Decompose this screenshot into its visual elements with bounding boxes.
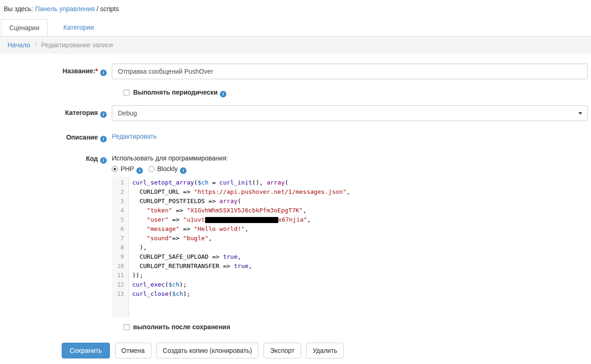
breadcrumb-current: scripts <box>100 5 119 13</box>
line-number: 6 <box>112 224 124 234</box>
code-line[interactable]: CURLOPT_RETURNTRANSFER => true, <box>132 262 588 271</box>
code-token: , <box>248 262 252 269</box>
code-token: (), <box>252 179 266 186</box>
code-line[interactable]: CURLOPT_POSTFIELDS => array( <box>132 197 588 206</box>
tab-categories[interactable]: Категории <box>55 19 103 36</box>
line-number: 10 <box>112 262 124 271</box>
code-line[interactable]: "user" => "u1uvtx67njia", <box>132 215 588 224</box>
name-label: Название:*i <box>0 64 107 76</box>
description-label: Описаниеi <box>0 130 107 142</box>
code-editor[interactable]: 12345678910111213 curl_setopt_array($ch … <box>112 177 588 318</box>
info-icon[interactable]: i <box>100 111 107 118</box>
save-button[interactable]: Сохранить <box>62 343 110 358</box>
subnav-separator: / <box>32 41 39 49</box>
code-token <box>132 216 147 223</box>
code-line[interactable]: )); <box>132 271 588 280</box>
code-label: Кодi <box>0 151 107 164</box>
periodic-row: Выполнять периодическиi <box>0 89 591 97</box>
code-token: , <box>303 207 307 214</box>
info-icon[interactable]: i <box>220 91 226 97</box>
info-icon[interactable]: i <box>100 136 107 142</box>
clone-button[interactable]: Создать копию (клонировать) <box>156 343 258 358</box>
code-line[interactable]: CURLOPT_SAFE_UPLOAD => true, <box>132 252 588 262</box>
run-after-save-checkbox[interactable] <box>123 324 129 330</box>
code-token: ); <box>180 281 187 288</box>
code-token: $ch <box>168 281 179 288</box>
code-token: ( <box>194 179 198 186</box>
delete-button[interactable]: Удалить <box>306 343 344 358</box>
code-token: CURLOPT_RETURNTRANSFER => <box>132 262 234 269</box>
code-token: ( <box>168 290 172 297</box>
code-token: , <box>208 235 212 242</box>
action-buttons: Сохранить Отмена Создать копию (клониров… <box>0 343 591 358</box>
code-token: => <box>168 216 183 223</box>
name-input[interactable] <box>112 64 588 79</box>
code-line[interactable]: "message" => "Hello world!", <box>132 224 588 234</box>
category-row: Категорияi Debug <box>0 105 591 121</box>
subnav-home-link[interactable]: Начало <box>7 41 30 49</box>
code-line[interactable]: curl_close($ch); <box>132 289 588 299</box>
periodic-label[interactable]: Выполнять периодически <box>133 89 218 96</box>
category-label: Категорияi <box>0 105 107 118</box>
info-icon[interactable]: i <box>100 157 107 164</box>
breadcrumb-link-control-panel[interactable]: Панель управления <box>35 5 95 13</box>
code-line[interactable]: CURLOPT_URL => "https://api.pushover.net… <box>132 187 588 197</box>
edit-description-link[interactable]: Редактировать <box>112 130 157 140</box>
line-number: 1 <box>112 178 124 187</box>
code-token: curl_init <box>219 179 252 186</box>
code-token: "u1uvt <box>183 216 205 223</box>
code-line[interactable]: "token" => "X1GvhWhmSSX1V5J6cbkPfm3oEpgT… <box>132 206 588 215</box>
blockly-radio-label[interactable]: Blockly <box>157 165 178 172</box>
code-token: "message" <box>147 225 179 232</box>
line-number: 12 <box>112 280 124 289</box>
line-number: 5 <box>112 215 124 224</box>
code-token: => <box>180 225 194 232</box>
code-token: $ch <box>172 290 183 297</box>
code-gutter: 12345678910111213 <box>112 177 129 318</box>
info-icon[interactable]: i <box>180 167 186 174</box>
code-token: ); <box>183 290 191 297</box>
code-token: "user" <box>147 216 168 223</box>
code-token: array <box>219 198 238 204</box>
line-number: 2 <box>112 187 124 197</box>
category-selected-value: Debug <box>118 109 137 117</box>
breadcrumb-separator: / <box>96 5 98 13</box>
code-line[interactable]: "sound"=> "bugle", <box>132 234 588 243</box>
info-icon[interactable]: i <box>100 70 107 76</box>
code-line[interactable]: curl_exec($ch); <box>132 280 588 289</box>
php-radio-label[interactable]: PHP <box>121 165 134 172</box>
code-token: ( <box>238 198 241 204</box>
code-line[interactable]: curl_setopt_array($ch = curl_init(), arr… <box>132 178 588 187</box>
tab-scenarios[interactable]: Сценарии <box>1 19 48 36</box>
php-radio[interactable] <box>112 166 118 172</box>
run-after-save-label[interactable]: выполнить после сохранения <box>133 323 230 331</box>
code-token: CURLOPT_URL => <box>132 188 194 195</box>
line-number: 3 <box>112 197 124 206</box>
programming-hint: Использовать для программирования: <box>112 151 588 162</box>
line-number: 9 <box>112 252 124 262</box>
code-token: "Hello world!" <box>194 225 245 232</box>
code-token: )); <box>132 272 143 279</box>
code-token <box>132 225 147 232</box>
code-token: true <box>234 262 248 269</box>
line-number: 4 <box>112 206 124 215</box>
cancel-button[interactable]: Отмена <box>115 343 151 358</box>
code-token: "sound" <box>147 235 172 242</box>
export-button[interactable]: Экспорт <box>263 343 301 358</box>
category-select[interactable]: Debug <box>112 105 588 121</box>
code-line[interactable]: ), <box>132 243 588 252</box>
code-token: array <box>267 179 285 186</box>
blockly-radio[interactable] <box>148 166 154 172</box>
code-token: = <box>208 179 219 186</box>
code-token: curl_setopt_array <box>132 179 194 186</box>
code-token: $ch <box>198 179 208 186</box>
code-token: , <box>238 253 241 260</box>
run-after-save-row: выполнить после сохранения <box>0 323 591 331</box>
code-row: Кодi Использовать для программирования: … <box>0 151 591 318</box>
periodic-checkbox[interactable] <box>123 89 129 96</box>
code-token: CURLOPT_SAFE_UPLOAD => <box>132 253 223 260</box>
code-token: true <box>223 253 238 260</box>
info-icon[interactable]: i <box>136 167 143 174</box>
code-lines[interactable]: curl_setopt_array($ch = curl_init(), arr… <box>129 177 588 318</box>
chevron-down-icon <box>578 112 582 115</box>
